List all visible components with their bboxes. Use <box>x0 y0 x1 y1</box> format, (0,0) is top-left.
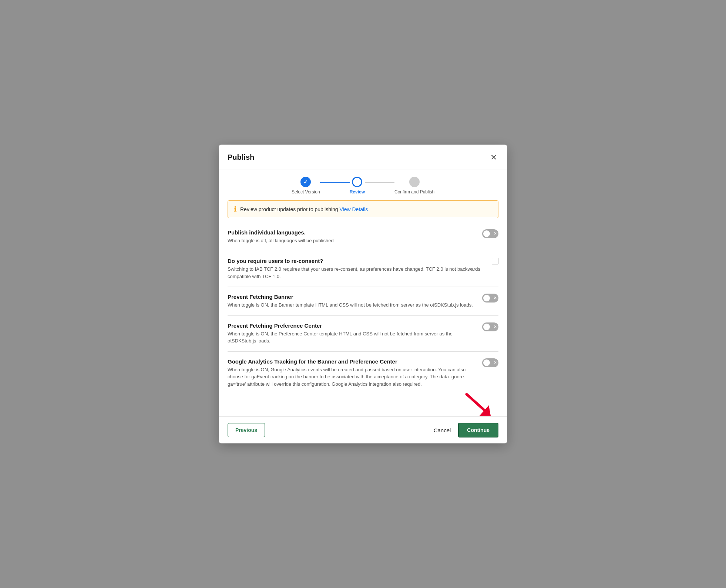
option-title-prevent-preference: Prevent Fetching Preference Center <box>228 322 476 329</box>
toggle-x-icon: ✕ <box>494 232 497 236</box>
checkbox-reconsent[interactable] <box>492 258 498 264</box>
option-prevent-fetching-preference-center: Prevent Fetching Preference Center When … <box>228 316 498 352</box>
option-desc-reconsent: Switching to IAB TCF 2.0 requires that y… <box>228 266 486 280</box>
modal-body: Publish individual languages. When toggl… <box>219 223 507 395</box>
toggle-google-analytics[interactable]: ✕ <box>482 358 498 367</box>
cancel-button[interactable]: Cancel <box>434 427 451 433</box>
option-title-publish-languages: Publish individual languages. <box>228 229 476 236</box>
previous-button[interactable]: Previous <box>228 423 265 437</box>
info-banner: ℹ Review product updates prior to publis… <box>228 200 498 218</box>
step-circle-review <box>352 177 362 187</box>
publish-modal: Publish ✕ ✓ Select Version Review Confir <box>219 145 507 444</box>
info-banner-text: Review product updates prior to publishi… <box>240 206 368 212</box>
step-line-1 <box>320 182 350 183</box>
option-require-reconsent: Do you require users to re-consent? Swit… <box>228 251 498 287</box>
option-desc-prevent-preference: When toggle is ON, the Preference Center… <box>228 330 476 345</box>
step-label-select-version: Select Version <box>292 189 320 195</box>
modal-title: Publish <box>228 153 254 162</box>
step-label-confirm-publish: Confirm and Publish <box>394 189 434 195</box>
step-review: Review <box>350 177 365 195</box>
toggle-publish-languages[interactable]: ✕ <box>482 229 498 238</box>
step-label-review: Review <box>350 189 365 195</box>
toggle-prevent-banner[interactable]: ✕ <box>482 294 498 303</box>
svg-line-0 <box>467 394 485 411</box>
option-desc-google-analytics: When toggle is ON, Google Analytics even… <box>228 366 476 388</box>
close-button[interactable]: ✕ <box>489 152 498 163</box>
toggle-x-icon-3: ✕ <box>494 325 497 329</box>
stepper: ✓ Select Version Review Confirm and Publ… <box>219 169 507 200</box>
option-publish-individual-languages: Publish individual languages. When toggl… <box>228 223 498 251</box>
red-arrow-icon <box>459 391 493 416</box>
step-select-version: ✓ Select Version <box>292 177 320 195</box>
option-desc-prevent-banner: When toggle is ON, the Banner template H… <box>228 301 476 309</box>
option-title-google-analytics: Google Analytics Tracking for the Banner… <box>228 358 476 365</box>
toggle-x-icon-2: ✕ <box>494 296 497 300</box>
option-google-analytics: Google Analytics Tracking for the Banner… <box>228 352 498 395</box>
step-line-2 <box>365 182 394 183</box>
option-desc-publish-languages: When toggle is off, all languages will b… <box>228 237 476 244</box>
step-circle-select-version: ✓ <box>300 177 311 187</box>
toggle-prevent-preference[interactable]: ✕ <box>482 322 498 331</box>
modal-header: Publish ✕ <box>219 145 507 169</box>
step-circle-confirm-publish <box>409 177 420 187</box>
continue-button[interactable]: Continue <box>458 423 498 437</box>
option-title-reconsent: Do you require users to re-consent? <box>228 258 486 264</box>
option-prevent-fetching-banner: Prevent Fetching Banner When toggle is O… <box>228 287 498 316</box>
toggle-x-icon-4: ✕ <box>494 361 497 365</box>
info-icon: ℹ <box>234 205 236 213</box>
modal-footer: Previous Cancel Continue <box>219 416 507 443</box>
option-title-prevent-banner: Prevent Fetching Banner <box>228 294 476 300</box>
arrow-container <box>219 394 507 416</box>
step-confirm-publish: Confirm and Publish <box>394 177 434 195</box>
modal-overlay[interactable]: Publish ✕ ✓ Select Version Review Confir <box>0 0 726 588</box>
view-details-link[interactable]: View Details <box>340 206 368 212</box>
